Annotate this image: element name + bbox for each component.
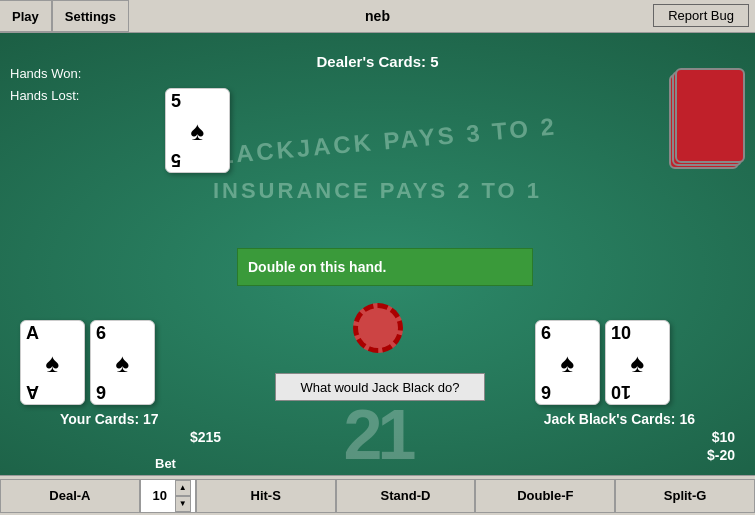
bet-label: Bet [155, 456, 176, 471]
player-card-6-rank-top: 6 [96, 324, 149, 342]
player-card-6-rank-bottom: 6 [96, 383, 149, 401]
player-money: $215 [190, 429, 221, 445]
jb-card-6-rank-top: 6 [541, 324, 594, 342]
jack-black-button[interactable]: What would Jack Black do? [275, 373, 485, 401]
jb-money-1: $10 [712, 429, 735, 445]
dealer-card-5: 5 ♠ 5 [165, 88, 230, 173]
jb-card-6-suit: ♠ [541, 350, 594, 376]
dealer-card-rank-bottom: 5 [171, 151, 224, 169]
hands-won-label: Hands Won: [10, 63, 81, 85]
stats-panel: Hands Won: Hands Lost: [10, 63, 81, 107]
player-card-ace: A ♠ A [20, 320, 85, 405]
jb-card-6: 6 ♠ 6 [535, 320, 600, 405]
bet-spinner[interactable]: ▲ ▼ [140, 479, 196, 513]
hit-button[interactable]: Hit-S [196, 479, 336, 513]
suggestion-box: Double on this hand. [237, 248, 533, 286]
jb-card-10-rank-bottom: 10 [611, 383, 664, 401]
jb-card-10: 10 ♠ 10 [605, 320, 670, 405]
report-bug-button[interactable]: Report Bug [653, 4, 749, 27]
bet-increase-button[interactable]: ▲ [175, 480, 191, 496]
player-card-6: 6 ♠ 6 [90, 320, 155, 405]
hands-lost-label: Hands Lost: [10, 85, 81, 107]
bet-spin-controls: ▲ ▼ [175, 480, 191, 512]
card-deck [665, 68, 745, 168]
betting-chip [353, 303, 403, 353]
jb-card-10-rank-top: 10 [611, 324, 664, 342]
player-card-a-suit: ♠ [26, 350, 79, 376]
play-tab[interactable]: Play [0, 0, 52, 32]
player-card-a-rank-bottom: A [26, 383, 79, 401]
deal-button[interactable]: Deal-A [0, 479, 140, 513]
player-card-6-suit: ♠ [96, 350, 149, 376]
logo-21: 21 [344, 395, 412, 475]
stand-button[interactable]: Stand-D [336, 479, 476, 513]
jb-card-6-rank-bottom: 6 [541, 383, 594, 401]
top-bar: Play Settings neb Report Bug [0, 0, 755, 33]
dealer-card-suit: ♠ [171, 118, 224, 144]
player-card-a-rank-top: A [26, 324, 79, 342]
settings-tab[interactable]: Settings [52, 0, 129, 32]
game-area: BLACKJACK PAYS 3 TO 2 INSURANCE PAYS 2 T… [0, 33, 755, 515]
suggestion-text: Double on this hand. [248, 259, 386, 275]
player-cards-label: Your Cards: 17 [60, 411, 159, 427]
bet-decrease-button[interactable]: ▼ [175, 496, 191, 512]
double-button[interactable]: Double-F [475, 479, 615, 513]
dealer-cards-label: Dealer's Cards: 5 [317, 53, 439, 70]
jb-cards-label: Jack Black's Cards: 16 [544, 411, 695, 427]
split-button[interactable]: Split-G [615, 479, 755, 513]
jb-money-2: $-20 [707, 447, 735, 463]
deck-card-back-1 [675, 68, 745, 163]
bet-value-input[interactable] [145, 488, 175, 503]
user-label: neb [365, 8, 390, 24]
bottom-action-bar: Deal-A ▲ ▼ Hit-S Stand-D Double-F Split-… [0, 475, 755, 515]
dealer-card-rank-top: 5 [171, 92, 224, 110]
jb-card-10-suit: ♠ [611, 350, 664, 376]
